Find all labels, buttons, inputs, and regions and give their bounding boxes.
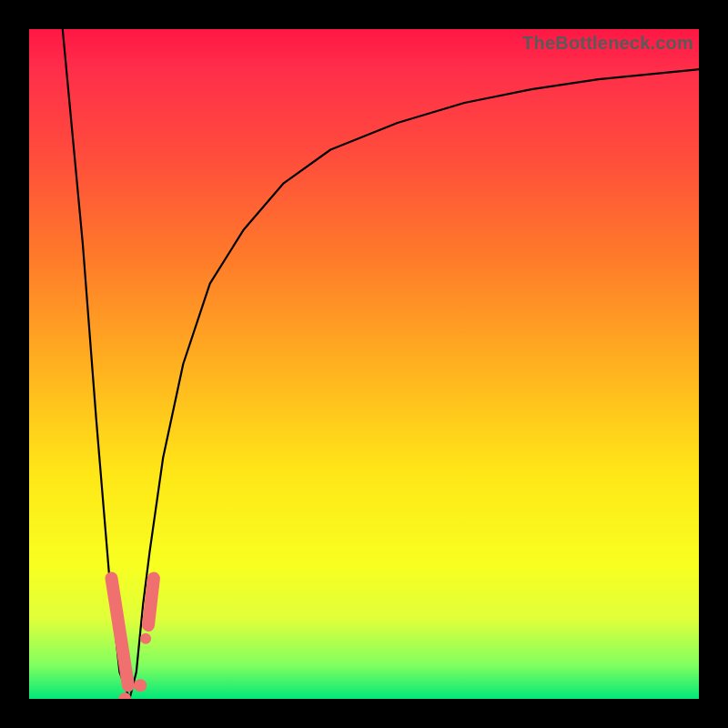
curve-layer xyxy=(63,29,699,699)
watermark-text: TheBottleneck.com xyxy=(522,33,693,54)
series-bottleneck-curve xyxy=(63,29,699,699)
highlight-left-branch xyxy=(112,579,128,686)
plot-area: TheBottleneck.com xyxy=(29,29,699,699)
highlight-right-lower-dot xyxy=(134,679,147,692)
highlight-right-capsule xyxy=(148,579,154,626)
highlight-left-dot xyxy=(118,693,131,699)
chart-frame: TheBottleneck.com xyxy=(0,0,728,728)
highlight-right-upper-dot xyxy=(140,633,151,644)
chart-svg xyxy=(29,29,699,699)
overlay-layer xyxy=(112,579,154,700)
